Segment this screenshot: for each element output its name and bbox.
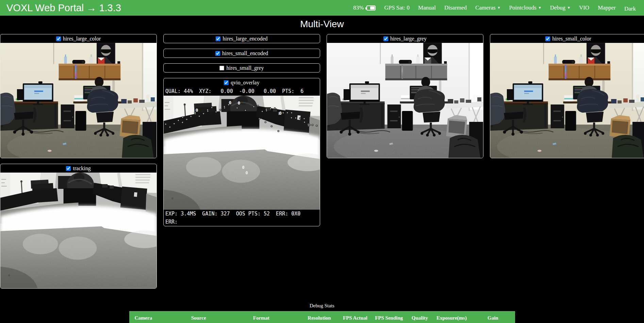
hires-large-grey-checkbox[interactable] [383, 36, 388, 41]
svg-text:0: 0 [196, 108, 198, 113]
qvio-exposure-stats: EXP: 3.4MS GAIN: 327 OOS PTS: 52 ERR: 0X… [164, 210, 320, 218]
col-source: Source [174, 311, 224, 323]
panel-hires-large-color: hires_large_color [0, 34, 157, 158]
panel-header: qvio_overlay [164, 78, 320, 87]
hires-large-encoded-checkbox[interactable] [216, 36, 220, 41]
col-fps-sending: FPS Sending [370, 311, 407, 323]
column-2: hires_large_encoded hires_small_encoded … [163, 34, 320, 289]
nav-link-vio[interactable]: VIO [579, 4, 589, 11]
top-nav: 83% GPS Sat: 0 Manual Disarmed Cameras ▼… [353, 3, 636, 12]
col-quality: Quality [407, 311, 432, 323]
hires-large-color-feed [0, 43, 156, 158]
panel-label: hires_small_encoded [222, 50, 268, 56]
page-title: Multi-View [0, 19, 644, 30]
qvio-overlay-feed: 000000 [164, 96, 320, 210]
col-gain: Gain [471, 311, 515, 323]
column-4: hires_small_color [490, 34, 644, 289]
svg-text:0: 0 [229, 100, 232, 105]
qvio-quality-stats: QUAL: 44% XYZ: 0.00 -0.00 0.00 PTS: 6 [164, 87, 320, 96]
menu-debug[interactable]: Debug ▼ [550, 4, 571, 11]
chevron-down-icon: ▼ [497, 6, 501, 10]
panel-label: tracking [73, 165, 90, 172]
panel-header: hires_small_encoded [164, 49, 320, 58]
col-format: Format [224, 311, 299, 323]
svg-text:0: 0 [279, 111, 282, 116]
panel-hires-large-grey: hires_large_grey [327, 34, 483, 158]
panel-label: hires_small_grey [226, 65, 264, 71]
qvio-error-line: ERR: [164, 218, 320, 226]
menu-pointclouds[interactable]: Pointclouds ▼ [509, 4, 541, 11]
panel-header: hires_large_color [0, 34, 156, 43]
panel-label: qvio_overlay [231, 80, 259, 86]
panel-hires-small-encoded: hires_small_encoded [163, 49, 320, 58]
col-fps-actual: FPS Actual [340, 311, 371, 323]
panel-label: hires_large_encoded [222, 36, 267, 42]
tracking-checkbox[interactable] [66, 166, 71, 171]
hires-large-grey-feed [327, 43, 483, 158]
hires-small-color-feed [490, 43, 644, 158]
debug-stats-title: Debug Stats [0, 303, 644, 309]
panel-tracking: tracking [0, 164, 157, 289]
panel-hires-small-color: hires_small_color [490, 34, 644, 158]
battery-indicator: 83% [353, 4, 376, 11]
column-3: hires_large_grey [327, 34, 483, 289]
chevron-down-icon: ▼ [538, 6, 542, 10]
panel-label: hires_small_color [552, 36, 591, 42]
col-exposure: Exposure(ms) [432, 311, 471, 323]
col-camera: Camera [129, 311, 174, 323]
nav-link-mapper[interactable]: Mapper [598, 4, 616, 11]
qvio-overlay-checkbox[interactable] [224, 80, 229, 85]
arm-status: Disarmed [444, 4, 467, 11]
theme-toggle-button[interactable]: Dark [624, 5, 636, 12]
panel-header: hires_large_encoded [164, 34, 320, 43]
panel-header: tracking [0, 164, 156, 173]
tracking-feed [0, 173, 156, 288]
panel-qvio-overlay: qvio_overlay QUAL: 44% XYZ: 0.00 -0.00 0… [163, 78, 320, 226]
panel-header: hires_small_color [490, 34, 644, 43]
panel-hires-large-encoded: hires_large_encoded [163, 34, 320, 43]
svg-text:0: 0 [245, 171, 248, 175]
svg-text:0: 0 [242, 165, 244, 170]
menu-cameras[interactable]: Cameras ▼ [475, 4, 500, 11]
app-title: VOXL Web Portal → 1.3.3 [6, 2, 121, 14]
debug-stats-header-row: Camera Source Format Resolution FPS Actu… [129, 311, 515, 323]
column-1: hires_large_color tracking [0, 34, 157, 289]
battery-icon [366, 5, 376, 11]
panel-hires-small-grey: hires_small_grey [163, 63, 320, 72]
panel-label: hires_large_grey [390, 36, 427, 42]
panel-header: hires_small_grey [164, 64, 320, 72]
panel-label: hires_large_color [63, 36, 101, 42]
chevron-down-icon: ▼ [567, 6, 571, 10]
hires-small-grey-checkbox[interactable] [219, 66, 224, 70]
hires-small-encoded-checkbox[interactable] [215, 51, 220, 56]
flight-mode-status: Manual [418, 4, 436, 11]
panel-header: hires_large_grey [327, 34, 483, 43]
hires-large-color-checkbox[interactable] [56, 36, 61, 41]
col-resolution: Resolution [299, 311, 340, 323]
svg-text:0: 0 [238, 100, 241, 106]
hires-small-color-checkbox[interactable] [545, 36, 550, 41]
multiview-grid: hires_large_color tracking hires_large_e… [0, 34, 644, 289]
gps-status: GPS Sat: 0 [384, 4, 410, 11]
battery-percent: 83% [353, 4, 364, 11]
debug-stats-table: Camera Source Format Resolution FPS Actu… [129, 311, 515, 323]
app-header: VOXL Web Portal → 1.3.3 83% GPS Sat: 0 M… [0, 0, 644, 16]
